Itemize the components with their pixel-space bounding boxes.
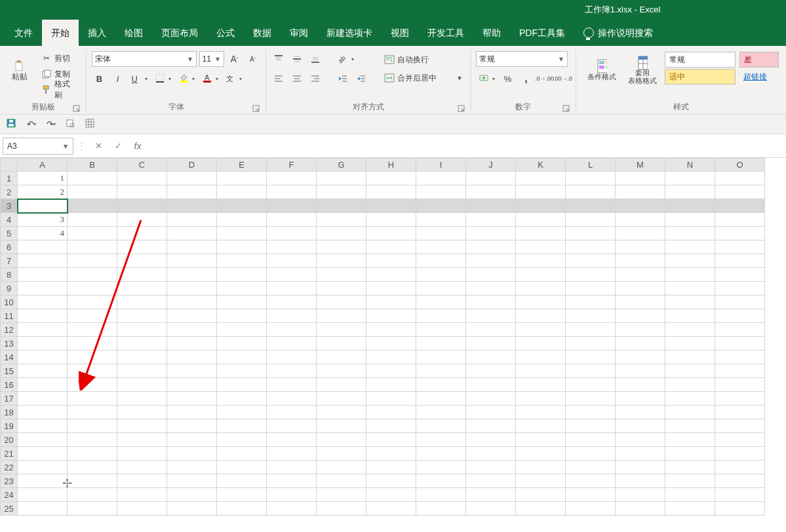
- cell-J24[interactable]: [466, 488, 516, 502]
- cell-F11[interactable]: [267, 309, 317, 323]
- cell-O9[interactable]: [715, 282, 765, 295]
- cell-M5[interactable]: [616, 227, 665, 240]
- cell-G18[interactable]: [317, 406, 366, 419]
- col-K[interactable]: K: [516, 159, 566, 172]
- number-format-combo[interactable]: 常规 ▾: [476, 51, 568, 67]
- cell-K3[interactable]: [516, 199, 566, 213]
- cell-I9[interactable]: [416, 282, 466, 295]
- cell-C1[interactable]: [117, 172, 167, 185]
- cell-N6[interactable]: [665, 240, 715, 254]
- font-launcher-icon[interactable]: [252, 105, 260, 113]
- tell-me-search[interactable]: 操作说明搜索: [574, 20, 662, 46]
- cell-F14[interactable]: [267, 351, 317, 364]
- cell-O21[interactable]: [715, 447, 765, 461]
- cell-H24[interactable]: [366, 488, 416, 502]
- col-A[interactable]: A: [18, 159, 68, 172]
- cell-M22[interactable]: [616, 461, 665, 474]
- fill-color-button[interactable]: [176, 71, 197, 86]
- cell-C4[interactable]: [117, 213, 167, 227]
- cell-A5[interactable]: 4: [18, 227, 68, 240]
- col-G[interactable]: G: [317, 159, 366, 172]
- cell-F15[interactable]: [267, 364, 317, 378]
- cell-K4[interactable]: [516, 213, 566, 227]
- cell-G17[interactable]: [317, 392, 366, 406]
- cell-E19[interactable]: [217, 419, 267, 433]
- wrap-text-button[interactable]: 自动换行: [381, 52, 453, 67]
- cell-L14[interactable]: [566, 351, 616, 364]
- cell-F25[interactable]: [267, 502, 317, 516]
- cell-H21[interactable]: [366, 447, 416, 461]
- cell-J13[interactable]: [466, 337, 516, 351]
- cell-N18[interactable]: [665, 406, 715, 419]
- underline-button[interactable]: U: [128, 71, 149, 86]
- cell-A16[interactable]: [18, 378, 68, 392]
- fx-button[interactable]: fx: [130, 139, 145, 153]
- cell-I3[interactable]: [416, 199, 466, 213]
- cell-B19[interactable]: [68, 419, 117, 433]
- cell-I17[interactable]: [416, 392, 466, 406]
- cell-A4[interactable]: 3: [18, 213, 68, 227]
- align-center-button[interactable]: [289, 71, 305, 86]
- cell-N1[interactable]: [665, 172, 715, 185]
- cell-G16[interactable]: [317, 378, 366, 392]
- valign-top-button[interactable]: [271, 51, 286, 67]
- cell-O5[interactable]: [715, 227, 765, 240]
- border-button[interactable]: [152, 71, 173, 86]
- font-color-button[interactable]: A: [199, 71, 220, 86]
- cell-J21[interactable]: [466, 447, 516, 461]
- cell-A23[interactable]: [18, 474, 68, 488]
- cell-E12[interactable]: [217, 323, 267, 337]
- cell-I25[interactable]: [416, 502, 466, 516]
- cell-F23[interactable]: [267, 474, 317, 488]
- cell-J14[interactable]: [466, 351, 516, 364]
- cell-F20[interactable]: [267, 433, 317, 447]
- cell-O3[interactable]: [715, 199, 765, 213]
- cell-A19[interactable]: [18, 419, 68, 433]
- cell-F5[interactable]: [267, 227, 317, 240]
- cell-O17[interactable]: [715, 392, 765, 406]
- cell-J8[interactable]: [466, 268, 516, 282]
- cell-E24[interactable]: [217, 488, 267, 502]
- cell-D15[interactable]: [167, 364, 217, 378]
- cell-H22[interactable]: [366, 461, 416, 474]
- cell-B9[interactable]: [68, 282, 117, 295]
- cell-O2[interactable]: [715, 185, 765, 199]
- cell-I12[interactable]: [416, 323, 466, 337]
- cell-E23[interactable]: [217, 474, 267, 488]
- col-L[interactable]: L: [566, 159, 616, 172]
- cell-M15[interactable]: [616, 364, 665, 378]
- cell-B18[interactable]: [68, 406, 117, 419]
- cell-K9[interactable]: [516, 282, 566, 295]
- cell-N2[interactable]: [665, 185, 715, 199]
- row-8[interactable]: 8: [1, 268, 18, 282]
- cell-style-good[interactable]: 适中: [665, 69, 736, 85]
- cell-F2[interactable]: [267, 185, 317, 199]
- cell-F16[interactable]: [267, 378, 317, 392]
- cell-A25[interactable]: [18, 502, 68, 516]
- cell-J17[interactable]: [466, 392, 516, 406]
- cell-G20[interactable]: [317, 433, 366, 447]
- cell-K21[interactable]: [516, 447, 566, 461]
- cell-G3[interactable]: [317, 199, 366, 213]
- row-3[interactable]: 3: [1, 199, 18, 213]
- cell-H14[interactable]: [366, 351, 416, 364]
- cell-K1[interactable]: [516, 172, 566, 185]
- cell-N3[interactable]: [665, 199, 715, 213]
- format-painter-button[interactable]: 格式刷: [38, 83, 81, 97]
- cell-D1[interactable]: [167, 172, 217, 185]
- cell-C7[interactable]: [117, 254, 167, 268]
- align-right-button[interactable]: [307, 71, 323, 86]
- cell-H5[interactable]: [366, 227, 416, 240]
- cell-N25[interactable]: [665, 502, 715, 516]
- cell-J11[interactable]: [466, 309, 516, 323]
- cell-O16[interactable]: [715, 378, 765, 392]
- cell-J2[interactable]: [466, 185, 516, 199]
- cell-M16[interactable]: [616, 378, 665, 392]
- col-D[interactable]: D: [167, 159, 217, 172]
- cell-L1[interactable]: [566, 172, 616, 185]
- cell-E25[interactable]: [217, 502, 267, 516]
- cell-L11[interactable]: [566, 309, 616, 323]
- col-C[interactable]: C: [117, 159, 167, 172]
- row-10[interactable]: 10: [1, 295, 18, 309]
- cell-K2[interactable]: [516, 185, 566, 199]
